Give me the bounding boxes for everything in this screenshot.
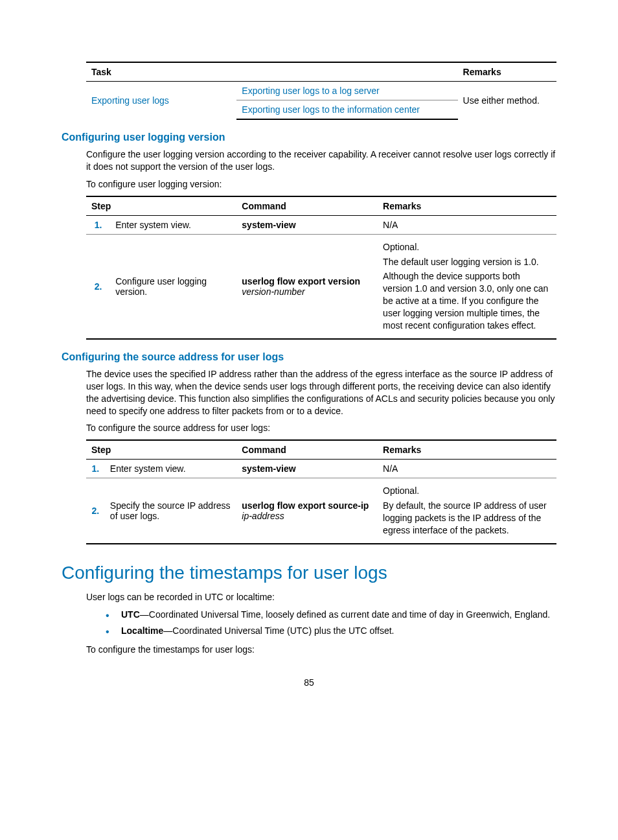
command-italic: ip-address [242, 511, 284, 521]
remarks-line: Optional. [383, 241, 551, 253]
paragraph: The device uses the specified IP address… [86, 368, 556, 417]
term-bold: Localtime [121, 625, 163, 636]
th-command: Command [236, 196, 378, 216]
paragraph: Configure the user logging version accor… [86, 148, 556, 173]
term-text: —Coordinated Universal Time, loosely def… [140, 609, 550, 620]
command-italic: version-number [242, 286, 304, 297]
table-header-row: Task Remarks [86, 62, 556, 82]
version-steps-table: Step Command Remarks 1. Enter system vie… [86, 196, 556, 340]
paragraph: To configure user logging version: [86, 178, 556, 191]
section-heading-version: Configuring user logging version [62, 132, 556, 143]
paragraph: User logs can be recorded in UTC or loca… [86, 591, 556, 603]
command-text: userlog flow export versionversion-numbe… [236, 234, 378, 339]
step-number: 1. [86, 460, 105, 478]
th-step: Step [86, 196, 236, 216]
step-number: 2. [86, 234, 110, 339]
tasks-table-wrapper: Task Remarks Exporting user logs Exporti… [86, 62, 556, 120]
th-remarks: Remarks [378, 196, 556, 216]
step-text: Configure user logging version. [110, 234, 236, 339]
step-text: Enter system view. [105, 460, 236, 478]
section-body: The device uses the specified IP address… [86, 368, 556, 544]
remarks-text: N/A [378, 215, 556, 234]
remarks-block: Optional. By default, the source IP addr… [378, 478, 556, 544]
remarks-line: Although the device supports both versio… [383, 270, 551, 331]
th-task: Task [86, 62, 236, 82]
remarks-text: N/A [378, 460, 556, 478]
term-bold: UTC [121, 609, 140, 620]
task-link[interactable]: Exporting user logs [86, 82, 236, 120]
remarks-line: The default user logging version is 1.0. [383, 256, 551, 268]
tasks-table: Task Remarks Exporting user logs Exporti… [86, 62, 556, 120]
table-header-row: Step Command Remarks [86, 440, 556, 460]
command-text: userlog flow export source-ipip-address [236, 478, 378, 544]
command-text: system-view [236, 460, 378, 478]
remarks-line: By default, the source IP address of use… [383, 500, 551, 537]
th-remarks: Remarks [458, 62, 556, 82]
th-sub [236, 62, 457, 82]
list-item: Localtime—Coordinated Universal Time (UT… [86, 625, 556, 637]
table-row: Exporting user logs Exporting user logs … [86, 82, 556, 100]
bullet-list: UTC—Coordinated Universal Time, loosely … [86, 609, 556, 637]
section-heading-source: Configuring the source address for user … [62, 351, 556, 363]
section-body: User logs can be recorded in UTC or loca… [86, 591, 556, 656]
command-bold: userlog flow export version [242, 276, 360, 286]
page-number: 85 [62, 677, 556, 688]
step-number: 2. [86, 478, 105, 544]
command-text: system-view [236, 215, 378, 234]
th-step: Step [86, 440, 236, 460]
command-bold: userlog flow export source-ip [242, 500, 369, 511]
section-heading-timestamps: Configuring the timestamps for user logs [62, 563, 556, 583]
source-steps-table: Step Command Remarks 1. Enter system vie… [86, 439, 556, 544]
document-page: Task Remarks Exporting user logs Exporti… [0, 0, 618, 714]
step-text: Enter system view. [110, 215, 236, 234]
table-row: 1. Enter system view. system-view N/A [86, 215, 556, 234]
list-item: UTC—Coordinated Universal Time, loosely … [86, 609, 556, 621]
paragraph: To configure the source address for user… [86, 422, 556, 434]
table-row: 2. Specify the source IP address of user… [86, 478, 556, 544]
section-body: Configure the user logging version accor… [86, 148, 556, 340]
table-row: 2. Configure user logging version. userl… [86, 234, 556, 339]
th-remarks: Remarks [378, 440, 556, 460]
remarks-line: Optional. [383, 485, 551, 497]
subtask-link[interactable]: Exporting user logs to the information c… [236, 100, 457, 120]
table-row: 1. Enter system view. system-view N/A [86, 460, 556, 478]
step-text: Specify the source IP address of user lo… [105, 478, 236, 544]
subtask-link[interactable]: Exporting user logs to a log server [236, 82, 457, 100]
paragraph: To configure the timestamps for user log… [86, 644, 556, 656]
step-number: 1. [86, 215, 110, 234]
task-remarks: Use either method. [458, 82, 556, 120]
remarks-block: Optional. The default user logging versi… [378, 234, 556, 339]
th-command: Command [236, 440, 378, 460]
term-text: —Coordinated Universal Time (UTC) plus t… [163, 625, 394, 636]
table-header-row: Step Command Remarks [86, 196, 556, 216]
